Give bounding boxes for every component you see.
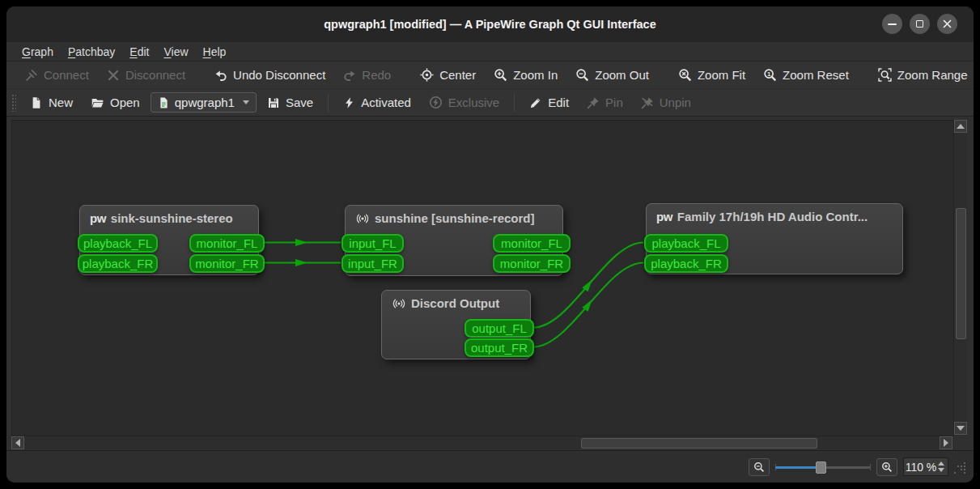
node-title: Discord Output [411, 296, 499, 310]
scroll-down-button[interactable] [954, 422, 967, 435]
zoom-slider-handle[interactable] [816, 461, 826, 474]
minimize-button[interactable] [882, 14, 902, 34]
open-button[interactable]: Open [83, 92, 147, 113]
broadcast-icon [355, 212, 370, 225]
maximize-icon [916, 20, 923, 28]
center-icon [420, 68, 434, 82]
spin-down-button[interactable] [938, 468, 944, 472]
toolbar-separator [328, 94, 329, 112]
menu-view[interactable]: View [156, 44, 195, 60]
zoom-slider[interactable] [775, 458, 871, 476]
redo-icon [343, 69, 356, 82]
zoom-percent-spinbox[interactable]: 110 % [903, 457, 948, 476]
zoom-range-icon [878, 68, 892, 82]
menu-edit[interactable]: Edit [122, 44, 156, 60]
horizontal-scrollbar-thumb[interactable] [581, 438, 817, 449]
connect-button[interactable]: Connect [18, 65, 96, 85]
arrow-left-icon [15, 439, 20, 447]
save-button[interactable]: Save [260, 92, 320, 113]
zoom-out-button[interactable]: Zoom Out [568, 65, 656, 85]
node-sink-sunshine-stereo[interactable]: pw sink-sunshine-stereo playback_FL play… [79, 205, 259, 275]
disconnect-icon [107, 69, 120, 82]
arrow-right-icon [944, 439, 948, 447]
zoom-fit-button[interactable]: Zoom Fit [671, 65, 753, 85]
zoom-slider-track-filled[interactable] [775, 466, 821, 469]
disconnect-button[interactable]: Disconnect [100, 65, 193, 85]
scroll-up-button[interactable] [954, 120, 967, 133]
scroll-left-button[interactable] [11, 436, 24, 449]
redo-button[interactable]: Redo [336, 65, 398, 85]
close-button[interactable] [937, 14, 957, 34]
lightning-icon [343, 96, 355, 109]
port-monitor_FL[interactable]: monitor_FL [189, 234, 265, 253]
zoom-out-icon [753, 461, 765, 473]
node-title: Family 17h/19h HD Audio Contr... [677, 210, 868, 223]
port-playback_FR[interactable]: playback_FR [78, 254, 158, 273]
titlebar[interactable]: qpwgraph1 [modified] — A PipeWire Graph … [6, 6, 974, 42]
menubar: Graph Patchbay Edit View Help [6, 42, 974, 62]
vertical-scrollbar[interactable] [953, 120, 967, 436]
port-playback_FL[interactable]: playback_FL [78, 234, 158, 253]
port-output_FL[interactable]: output_FL [465, 319, 534, 338]
menu-patchbay[interactable]: Patchbay [61, 44, 122, 60]
arrow-down-icon [957, 426, 965, 431]
window-controls [882, 14, 957, 34]
port-playback_FL[interactable]: playback_FL [644, 234, 728, 253]
exclusive-button[interactable]: Exclusive [422, 92, 507, 113]
port-input_FL[interactable]: input_FL [342, 234, 404, 253]
open-folder-icon [91, 96, 104, 109]
zoom-fit-icon [678, 68, 692, 82]
zoom-reset-icon: 1 [763, 68, 777, 82]
statusbar-zoom-in-button[interactable] [876, 458, 897, 476]
patchbay-file-icon [158, 96, 170, 109]
node-family-hd-audio[interactable]: pw Family 17h/19h HD Audio Contr... play… [646, 203, 903, 274]
unpin-button[interactable]: Unpin [634, 92, 698, 113]
node-discord-output[interactable]: Discord Output output_FL output_FR [381, 290, 531, 359]
port-monitor_FR[interactable]: monitor_FR [189, 254, 265, 273]
port-playback_FR[interactable]: playback_FR [644, 254, 728, 273]
chevron-down-icon [243, 100, 249, 104]
node-sunshine[interactable]: sunshine [sunshine-record] input_FL inpu… [345, 205, 563, 276]
pipewire-icon: pw [90, 211, 106, 225]
zoom-slider-track[interactable] [821, 466, 871, 469]
zoom-in-button[interactable]: Zoom In [486, 65, 565, 85]
statusbar-zoom-out-button[interactable] [749, 458, 770, 476]
center-button[interactable]: Center [413, 65, 483, 85]
save-icon [267, 96, 280, 109]
menu-graph[interactable]: Graph [15, 44, 61, 60]
menu-help[interactable]: Help [196, 44, 234, 60]
scroll-right-button[interactable] [940, 436, 952, 449]
new-file-icon [30, 96, 43, 109]
port-monitor_FL[interactable]: monitor_FL [493, 234, 571, 253]
arrow-up-icon [957, 124, 965, 129]
graph-canvas-frame: pw sink-sunshine-stereo playback_FL play… [6, 119, 974, 450]
patchbay-selector[interactable]: qpwgraph1 [151, 92, 257, 113]
pencil-icon [529, 96, 542, 109]
pin-button[interactable]: Pin [579, 92, 630, 113]
graph-canvas[interactable]: pw sink-sunshine-stereo playback_FL play… [11, 120, 953, 436]
edit-button[interactable]: Edit [522, 92, 576, 113]
horizontal-scrollbar[interactable] [11, 436, 953, 449]
broadcast-icon [392, 297, 406, 310]
svg-text:1: 1 [767, 70, 771, 78]
spinbox-arrows [938, 461, 948, 472]
activated-button[interactable]: Activated [336, 92, 418, 113]
maximize-button[interactable] [910, 14, 930, 34]
port-input_FR[interactable]: input_FR [342, 254, 404, 273]
toolbar-edit: Connect Disconnect Undo Disconnect Redo … [6, 62, 974, 89]
undo-disconnect-button[interactable]: Undo Disconnect [207, 65, 333, 85]
window-resize-grip[interactable] [954, 461, 967, 474]
port-monitor_FR[interactable]: monitor_FR [493, 254, 571, 273]
port-output_FR[interactable]: output_FR [465, 338, 534, 357]
toolbar-drag-handle[interactable] [11, 94, 16, 112]
zoom-reset-button[interactable]: 1 Zoom Reset [756, 65, 856, 85]
window-title: qpwgraph1 [modified] — A PipeWire Graph … [6, 6, 974, 42]
vertical-scrollbar-thumb[interactable] [956, 208, 966, 339]
spin-up-button[interactable] [938, 461, 944, 466]
zoom-range-button[interactable]: Zoom Range [871, 65, 974, 85]
node-title: sunshine [sunshine-record] [375, 211, 535, 225]
grip-dots-icon [954, 472, 956, 474]
connect-icon [25, 69, 38, 82]
arrowhead-icon [295, 239, 308, 246]
new-button[interactable]: New [23, 92, 80, 113]
